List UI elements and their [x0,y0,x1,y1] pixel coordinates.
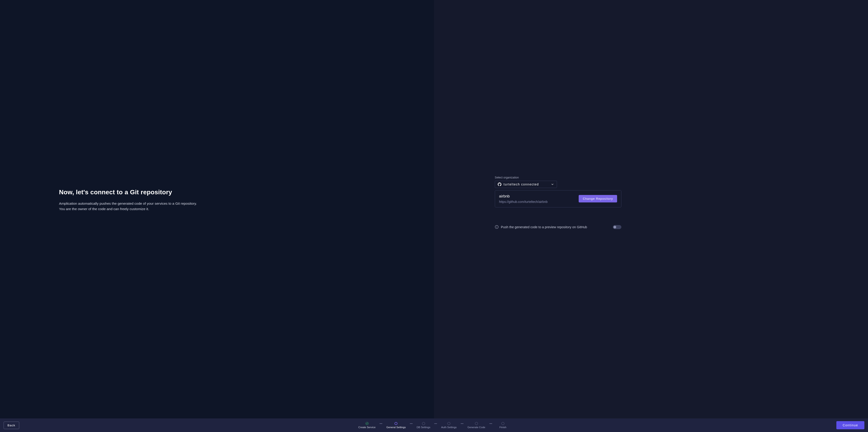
toggle-knob [614,226,616,228]
step-separator [410,424,412,424]
step-circle [366,422,368,425]
push-preview-toggle[interactable] [613,225,621,229]
step-circle [395,422,398,425]
page-description-line1: Amplication automatically pushes the gen… [59,202,197,205]
step-label: Auth Settings [441,426,457,429]
repository-name: airbnb [499,194,548,199]
step-circle [501,422,504,425]
wizard-stepper: Create ServiceGeneral SettingsDB Setting… [358,422,510,429]
organization-select[interactable]: turteltech connected [495,181,557,188]
info-icon [495,225,499,229]
step-label: General Settings [386,426,406,429]
repository-card: airbnb https://github.com/turteltech/air… [495,190,621,207]
page-description-line2: You are the owner of the code and can fr… [59,207,149,211]
step-circle [447,422,450,425]
page-description: Amplication automatically pushes the gen… [59,201,197,212]
step-label: DB Settings [416,426,430,429]
step-circle [422,422,425,425]
github-icon [498,182,501,186]
step-generate-code: Generate Code [467,422,485,429]
step-auth-settings: Auth Settings [441,422,457,429]
main-area: Now, let's connect to a Git repository A… [0,0,868,419]
select-organization-label: Select organization [495,176,621,179]
change-repository-button[interactable]: Change Repository [579,195,617,202]
step-circle [475,422,478,425]
step-general-settings: General Settings [386,422,406,429]
step-label: Generate Code [467,426,485,429]
left-content: Now, let's connect to a Git repository A… [59,189,197,230]
wizard-footer: Back Create ServiceGeneral SettingsDB Se… [0,419,868,432]
step-label: Finish [499,426,506,429]
continue-button[interactable]: Continue [836,421,864,429]
organization-name: turteltech connected [504,182,549,186]
repository-info: airbnb https://github.com/turteltech/air… [499,194,548,204]
step-finish: Finish [496,422,510,429]
step-separator [379,424,382,424]
page-title: Now, let's connect to a Git repository [59,189,197,196]
step-separator [461,424,463,424]
push-preview-text: Push the generated code to a preview rep… [501,225,611,229]
repository-url: https://github.com/turteltech/airbnb [499,200,548,204]
chevron-down-icon [551,183,554,186]
right-pane: Select organization turteltech connected… [434,0,868,419]
wizard-screen: Now, let's connect to a Git repository A… [0,0,868,432]
step-db-settings: DB Settings [416,422,430,429]
step-separator [489,424,492,424]
left-pane: Now, let's connect to a Git repository A… [0,0,434,419]
back-button[interactable]: Back [4,422,19,429]
right-content: Select organization turteltech connected… [495,176,621,243]
step-separator [434,424,437,424]
push-preview-row: Push the generated code to a preview rep… [495,225,621,229]
step-create-service: Create Service [358,422,375,429]
step-label: Create Service [358,426,375,429]
